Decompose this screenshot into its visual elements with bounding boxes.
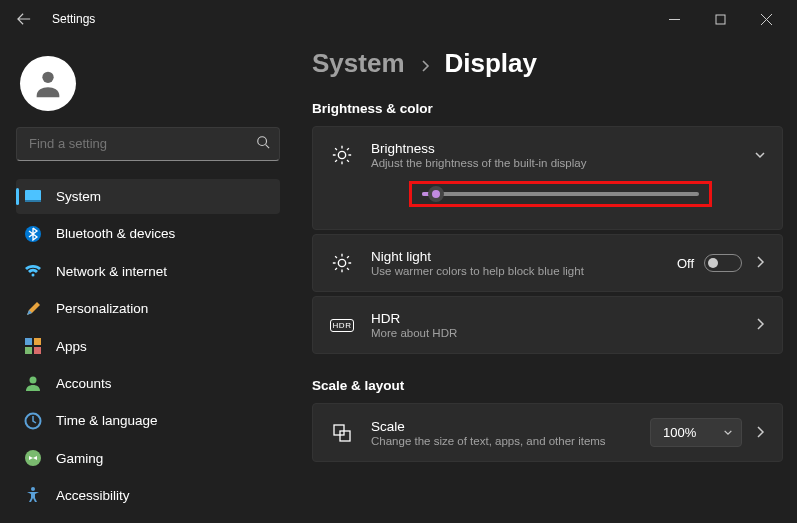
bluetooth-icon bbox=[24, 225, 42, 243]
breadcrumb: System Display bbox=[312, 48, 783, 79]
breadcrumb-parent[interactable]: System bbox=[312, 48, 405, 79]
night-light-desc: Use warmer colors to help block blue lig… bbox=[371, 265, 631, 277]
minimize-button[interactable] bbox=[651, 3, 697, 35]
svg-rect-17 bbox=[334, 425, 344, 435]
search-input[interactable] bbox=[16, 127, 280, 161]
wifi-icon bbox=[24, 262, 42, 280]
scale-desc: Change the size of text, apps, and other… bbox=[371, 435, 631, 447]
night-light-icon bbox=[329, 250, 355, 276]
clock-globe-icon bbox=[24, 412, 42, 430]
brightness-card[interactable]: Brightness Adjust the brightness of the … bbox=[312, 126, 783, 230]
maximize-button[interactable] bbox=[697, 3, 743, 35]
scale-dropdown[interactable]: 100% bbox=[650, 418, 742, 447]
search-icon bbox=[256, 135, 270, 153]
night-light-card[interactable]: Night light Use warmer colors to help bl… bbox=[312, 234, 783, 292]
sidebar-item-label: Gaming bbox=[56, 451, 103, 466]
annotation-highlight bbox=[409, 181, 712, 207]
brush-icon bbox=[24, 300, 42, 318]
night-light-title: Night light bbox=[371, 249, 677, 264]
hdr-title: HDR bbox=[371, 311, 742, 326]
chevron-right-icon[interactable] bbox=[754, 254, 766, 272]
person-icon bbox=[24, 374, 42, 392]
sidebar-item-label: Bluetooth & devices bbox=[56, 226, 175, 241]
chevron-right-icon[interactable] bbox=[754, 424, 766, 442]
sidebar-item-label: Network & internet bbox=[56, 264, 167, 279]
brightness-desc: Adjust the brightness of the built-in di… bbox=[371, 157, 631, 169]
svg-point-16 bbox=[338, 259, 345, 266]
sun-icon bbox=[329, 142, 355, 168]
hdr-desc: More about HDR bbox=[371, 327, 631, 339]
hdr-icon: HDR bbox=[329, 312, 355, 338]
chevron-down-icon bbox=[723, 425, 733, 440]
sidebar-item-bluetooth[interactable]: Bluetooth & devices bbox=[16, 216, 280, 251]
close-button[interactable] bbox=[743, 3, 789, 35]
sidebar-item-accounts[interactable]: Accounts bbox=[16, 366, 280, 401]
sidebar-item-accessibility[interactable]: Accessibility bbox=[16, 478, 280, 513]
svg-rect-8 bbox=[34, 338, 41, 345]
svg-point-6 bbox=[32, 274, 35, 277]
scale-card[interactable]: Scale Change the size of text, apps, and… bbox=[312, 403, 783, 462]
toggle-state-label: Off bbox=[677, 256, 694, 271]
sidebar-item-label: Accounts bbox=[56, 376, 112, 391]
accessibility-icon bbox=[24, 486, 42, 504]
svg-point-15 bbox=[338, 151, 345, 158]
svg-rect-0 bbox=[716, 15, 725, 24]
scale-value: 100% bbox=[663, 425, 696, 440]
svg-point-2 bbox=[258, 137, 267, 146]
sidebar-item-label: Time & language bbox=[56, 413, 158, 428]
svg-rect-3 bbox=[25, 190, 41, 201]
breadcrumb-current: Display bbox=[445, 48, 538, 79]
chevron-down-icon[interactable] bbox=[754, 147, 766, 165]
sidebar-item-label: Apps bbox=[56, 339, 87, 354]
sidebar-item-network[interactable]: Network & internet bbox=[16, 254, 280, 289]
svg-rect-18 bbox=[340, 431, 350, 441]
night-light-toggle[interactable] bbox=[704, 254, 742, 272]
svg-rect-4 bbox=[25, 200, 41, 202]
sidebar-item-gaming[interactable]: Gaming bbox=[16, 440, 280, 475]
hdr-card[interactable]: HDR HDR More about HDR bbox=[312, 296, 783, 354]
system-icon bbox=[24, 188, 42, 206]
slider-thumb[interactable] bbox=[428, 186, 444, 202]
avatar[interactable] bbox=[20, 56, 76, 111]
sidebar-item-system[interactable]: System bbox=[16, 179, 280, 214]
brightness-slider[interactable] bbox=[422, 192, 699, 196]
app-title: Settings bbox=[52, 12, 95, 26]
back-button[interactable] bbox=[8, 3, 40, 35]
chevron-right-icon[interactable] bbox=[754, 316, 766, 334]
sidebar-item-label: System bbox=[56, 189, 101, 204]
section-scale-layout: Scale & layout bbox=[312, 378, 783, 393]
svg-point-11 bbox=[30, 377, 37, 384]
scale-icon bbox=[329, 420, 355, 446]
sidebar-item-apps[interactable]: Apps bbox=[16, 328, 280, 363]
svg-point-1 bbox=[42, 72, 53, 83]
brightness-title: Brightness bbox=[371, 141, 754, 156]
section-brightness-color: Brightness & color bbox=[312, 101, 783, 116]
chevron-right-icon bbox=[419, 58, 431, 76]
apps-icon bbox=[24, 337, 42, 355]
svg-rect-9 bbox=[25, 347, 32, 354]
sidebar-item-personalization[interactable]: Personalization bbox=[16, 291, 280, 326]
gaming-icon bbox=[24, 449, 42, 467]
sidebar-item-time-language[interactable]: Time & language bbox=[16, 403, 280, 438]
sidebar-item-label: Accessibility bbox=[56, 488, 130, 503]
scale-title: Scale bbox=[371, 419, 650, 434]
sidebar-item-label: Personalization bbox=[56, 301, 148, 316]
svg-rect-10 bbox=[34, 347, 41, 354]
svg-rect-7 bbox=[25, 338, 32, 345]
svg-point-14 bbox=[31, 487, 35, 491]
